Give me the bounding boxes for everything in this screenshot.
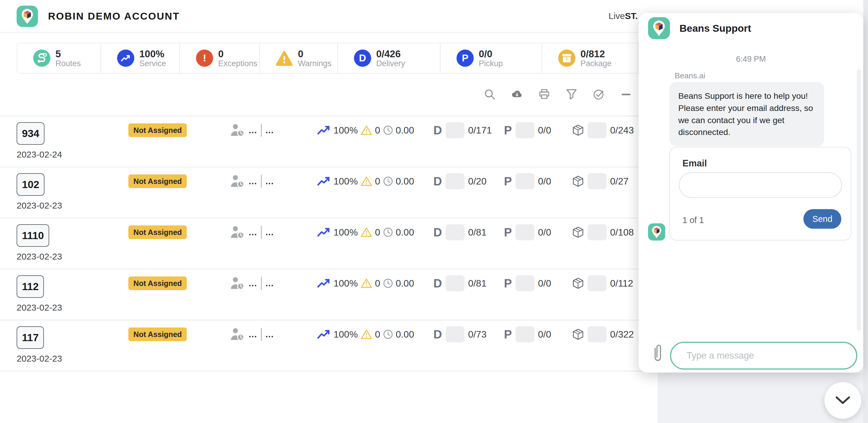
vehicle-menu[interactable]: ... <box>266 125 274 135</box>
divider <box>261 328 262 341</box>
warning-count: 0 <box>375 329 380 340</box>
package-count: 0/108 <box>610 227 634 238</box>
clock-icon <box>383 125 393 135</box>
pickup-cell: P 0/0 <box>504 222 551 242</box>
vehicle-menu[interactable]: ... <box>266 176 274 186</box>
live-label-bold: ST. <box>625 11 638 21</box>
trending-up-icon <box>317 227 331 237</box>
warning-count: 0 <box>375 227 380 238</box>
beans-logo-icon <box>17 6 38 27</box>
minimize-icon[interactable] <box>620 88 632 101</box>
stat-value: 5 <box>56 49 81 59</box>
exclamation-glyph: ! <box>203 53 206 64</box>
package-progress <box>588 224 607 240</box>
package-outline-icon <box>572 124 584 136</box>
search-icon[interactable] <box>484 88 496 101</box>
collapse-chat-button[interactable] <box>825 382 861 419</box>
route-date: 2023-02-23 <box>17 354 62 364</box>
route-date: 2023-02-23 <box>17 201 62 211</box>
chat-message-bubble: Beans Support is here to help you! Pleas… <box>670 82 824 146</box>
live-label: Live <box>609 11 625 21</box>
divider <box>261 277 262 290</box>
pickup-count: 0/0 <box>538 176 551 187</box>
warning-count: 0 <box>375 125 380 136</box>
driver-menu[interactable]: ... <box>249 329 257 339</box>
warning-count: 0 <box>375 278 380 289</box>
send-button[interactable]: Send <box>803 209 841 229</box>
warning-outline-icon <box>361 176 372 187</box>
page-title: ROBIN DEMO ACCOUNT <box>48 0 180 32</box>
chat-panel: Beans Support 6:49 PM Beans.ai Beans Sup… <box>639 13 863 372</box>
route-id-box[interactable]: 1110 <box>17 224 49 247</box>
divider <box>261 226 262 239</box>
hours-value: 0.00 <box>396 329 414 340</box>
warning-outline-icon <box>361 278 372 289</box>
driver-menu[interactable]: ... <box>249 176 257 186</box>
stat-value: 0/0 <box>479 49 503 59</box>
stat-value: 100% <box>139 49 166 59</box>
status-badge: Not Assigned <box>128 328 187 341</box>
pickup-progress <box>516 173 534 189</box>
cloud-download-icon[interactable] <box>511 88 523 101</box>
route-id-box[interactable]: 102 <box>17 173 44 196</box>
email-field[interactable] <box>679 172 842 198</box>
package-progress <box>588 326 607 342</box>
driver-menu[interactable]: ... <box>249 227 257 237</box>
stat-pickup: P 0/0 Pickup <box>440 43 542 73</box>
stat-exceptions: ! 0 Exceptions <box>180 43 260 73</box>
pickup-progress <box>516 326 534 342</box>
pickup-cell: P 0/0 <box>504 325 551 344</box>
service-percent: 100% <box>334 278 358 289</box>
trending-up-icon <box>317 176 331 186</box>
print-icon[interactable] <box>538 88 550 101</box>
delivery-progress <box>445 275 465 291</box>
service-percent: 100% <box>334 329 358 340</box>
delivery-cell: D 0/20 <box>433 172 487 191</box>
route-id-box[interactable]: 934 <box>17 122 44 145</box>
pickup-letter: P <box>504 124 512 137</box>
vehicle-menu[interactable]: ... <box>266 278 274 288</box>
delivery-letter: D <box>433 175 442 188</box>
package-cell: 0/27 <box>572 172 628 191</box>
package-outline-icon <box>572 277 584 289</box>
vehicle-menu[interactable]: ... <box>266 227 274 237</box>
pickup-glyph: P <box>462 53 468 64</box>
warning-count: 0 <box>375 176 380 187</box>
delivery-cell: D 0/171 <box>433 120 492 140</box>
vehicle-menu[interactable]: ... <box>266 329 274 339</box>
pickup-letter: P <box>504 277 512 290</box>
stat-label: Pickup <box>479 60 503 68</box>
route-date: 2023-02-23 <box>17 303 62 313</box>
check-circle-icon[interactable] <box>593 88 605 101</box>
attachment-paperclip-icon[interactable] <box>652 343 663 364</box>
package-cell: 0/112 <box>572 273 633 293</box>
trending-up-icon <box>117 50 134 67</box>
driver-menu[interactable]: ... <box>249 278 257 288</box>
stat-value: 0 <box>298 49 332 59</box>
status-badge: Not Assigned <box>128 123 187 137</box>
chat-message-input[interactable] <box>670 342 857 370</box>
route-id-box[interactable]: 112 <box>17 275 44 298</box>
driver-clock-icon <box>230 328 245 341</box>
package-icon <box>558 50 576 67</box>
route-id-box[interactable]: 117 <box>17 326 44 349</box>
chat-sender-label: Beans.ai <box>675 71 705 81</box>
filter-icon[interactable] <box>566 88 578 101</box>
pickup-progress <box>516 275 534 291</box>
driver-cell: ... ... <box>230 325 274 344</box>
service-percent: 100% <box>334 176 358 187</box>
package-outline-icon <box>572 328 584 340</box>
route-icon <box>33 50 51 67</box>
driver-menu[interactable]: ... <box>249 125 257 135</box>
package-count: 0/243 <box>610 125 634 136</box>
driver-cell: ... ... <box>230 120 274 140</box>
stat-value: 0/426 <box>376 49 405 59</box>
status-badge: Not Assigned <box>128 174 187 188</box>
package-count: 0/27 <box>610 176 628 187</box>
page-scrollbar[interactable] <box>863 0 868 423</box>
warning-outline-icon <box>361 125 372 135</box>
package-progress <box>588 173 607 189</box>
pickup-letter: P <box>504 328 512 341</box>
driver-cell: ... ... <box>230 222 274 242</box>
clock-icon <box>383 278 393 288</box>
